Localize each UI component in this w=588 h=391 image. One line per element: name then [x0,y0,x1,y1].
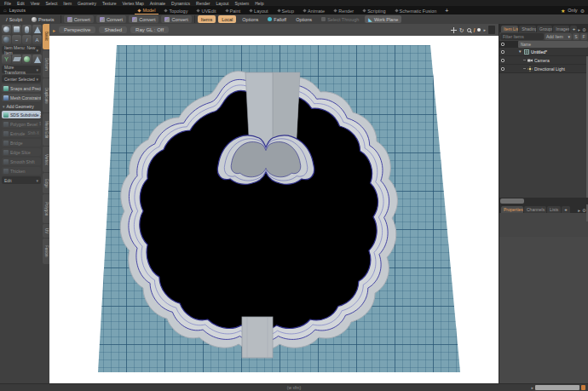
falloff-button[interactable]: Falloff [264,15,290,23]
menu-system[interactable]: System [234,1,249,6]
edit-dropdown[interactable]: Edit ▾ [2,176,41,184]
eye-icon[interactable] [501,59,504,62]
toolbox-tab-mesh-edit[interactable]: Mesh Edit [43,113,49,146]
select-through-button[interactable]: Select Through [318,15,362,23]
item-row-camera[interactable]: Camera [499,56,588,65]
tab-properties[interactable]: Properties [501,206,523,213]
draw-style-icon[interactable]: / [474,27,476,33]
panel-divider[interactable] [499,198,588,204]
add-tab-button[interactable]: + [562,206,570,213]
menu-help[interactable]: Help [255,1,263,6]
layout-tab-setup[interactable]: Setup [274,6,297,14]
only-toggle[interactable]: Only [568,8,577,13]
menu-view[interactable]: View [31,1,40,6]
menu-texture[interactable]: Texture [102,1,116,6]
name-column-header[interactable]: Name [518,41,588,48]
view-mode-dropdown[interactable]: Perspective [59,26,95,33]
status-accent-button[interactable] [581,385,585,390]
sphere-primitive-button[interactable] [2,25,11,34]
cone-primitive-button[interactable] [32,25,42,34]
layout-tab-uvedit[interactable]: UVEdit [193,6,219,14]
work-plane-button[interactable]: ◣Work Plane [365,15,401,23]
scopes-button[interactable]: S [573,33,579,40]
toolbox-tab-fusion[interactable]: Fusion [43,239,49,264]
add-geometry-section[interactable]: ▾ Add Geometry [3,104,41,109]
sds-subdivide-button[interactable]: SDS Subdivide 2X [2,111,41,118]
curve-tool-button[interactable]: ~ [12,35,21,44]
menu-render[interactable]: Render [196,1,210,6]
layout-tab-paint[interactable]: Paint [222,6,245,14]
snaps-precision-button[interactable]: Snaps and Precision [2,84,41,92]
center-selected-dropdown[interactable]: Center Selected ▾ [2,75,41,83]
skeleton-item-button[interactable]: Y [2,55,11,64]
pen-tool-button[interactable]: / [22,35,32,44]
layout-tab-render[interactable]: Render [331,6,357,14]
menu-geometry[interactable]: Geometry [78,1,96,6]
menu-edit[interactable]: Edit [17,1,25,6]
polygon-bevel-button[interactable]: Polygon Bevel Shift-B [2,120,41,128]
menu-item[interactable]: Item [63,1,72,6]
sculpt-button[interactable]: /Sculpt [3,15,26,23]
toolbox-tab-deform[interactable]: Deform [43,50,49,78]
tab-images[interactable]: Images [553,26,568,32]
extrude-button[interactable]: Extrude Shift-X [2,129,41,137]
toolbox-tab-polygon[interactable]: Polygon [43,194,49,223]
thicken-button[interactable]: Thicken [2,167,41,175]
presets-button[interactable]: Presets [28,15,58,23]
pan-icon[interactable] [451,27,457,33]
rotate-icon[interactable]: ↻ [459,27,464,33]
divider-handle[interactable] [500,198,524,204]
eye-icon[interactable] [501,43,504,46]
viewport-menu-icon[interactable]: ▸ [53,27,55,33]
layout-tab-schematic-fusion[interactable]: Schematic Fusion [392,6,441,14]
filter-items-input[interactable]: Filter Items [500,33,544,40]
item-menu-dropdown[interactable]: Item Menu: New Item ▾ [2,46,41,54]
layout-tab-animate[interactable]: Animate [300,6,328,14]
text-tool-button[interactable]: A [32,35,42,44]
menu-select[interactable]: Select [45,1,57,6]
more-transforms-dropdown[interactable]: More Transforms ▾ [2,66,41,73]
tab-shading[interactable]: Shading [519,26,536,32]
convert-button-3[interactable]: Convert [129,15,159,23]
cube-primitive-button[interactable] [12,25,21,34]
zoom-icon[interactable] [467,28,471,32]
menu-vertex-map[interactable]: Vertex Map [122,1,143,6]
convert-button-1[interactable]: Convert [64,15,94,23]
tab-item-list[interactable]: Item List [501,26,518,32]
expander-icon[interactable]: ▼ [518,49,522,54]
layout-tab-topology[interactable]: Topology [161,6,191,14]
item-row-mesh[interactable]: ▼ Untitled* [499,48,588,56]
cone-item-button[interactable] [32,55,42,64]
chevron-right-icon[interactable]: ▸ [531,385,533,390]
ball-tool-button[interactable] [2,35,11,44]
items-mode-button[interactable]: Items [198,15,216,23]
menu-animate[interactable]: Animate [150,1,165,6]
mesh-constraints-button[interactable]: Mesh Constraints [2,94,41,101]
cylinder-primitive-button[interactable] [22,25,32,34]
menu-layout[interactable]: Layout [216,1,228,6]
toolbox-tab-vertex[interactable]: Vertex [43,147,49,172]
smooth-shift-button[interactable]: Smooth Shift [2,158,41,165]
tab-channels[interactable]: Channels [524,206,546,213]
filter-button[interactable]: F [580,33,587,40]
pin-icon[interactable]: ▸ [578,208,580,213]
add-item-dropdown[interactable]: Add Item ▾ [545,33,572,40]
viewport-canvas[interactable] [49,36,499,383]
add-layout-tab-button[interactable]: + [442,6,451,14]
gear-icon[interactable]: ⚙ [580,8,585,14]
toolbox-tab-uv[interactable]: UV [43,224,49,238]
add-tab-button[interactable]: + [570,26,578,32]
pin-icon[interactable]: ▸ [578,27,580,32]
local-mode-button[interactable]: Local [218,15,236,23]
menu-dynamics[interactable]: Dynamics [171,1,190,6]
panel-splitter-handle[interactable] [488,26,495,34]
home-icon[interactable]: ⌂ [3,8,7,13]
status-input-field[interactable] [535,385,579,390]
options-button-1[interactable]: Options [239,15,262,23]
layout-tab-layout[interactable]: Layout [246,6,272,14]
raygl-dropdown[interactable]: Ray GL : Off [130,26,169,33]
shading-mode-dropdown[interactable]: Shaded [99,26,127,33]
visibility-dot-icon[interactable] [477,28,481,32]
convert-button-2[interactable]: Convert [96,15,126,23]
chevron-right-icon[interactable]: ▸ [483,27,486,32]
